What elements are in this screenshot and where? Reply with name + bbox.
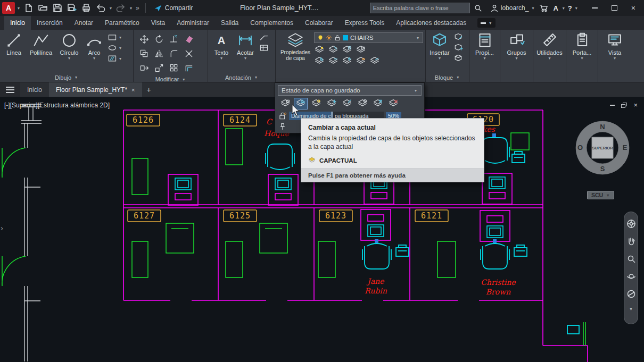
help-dropdown-icon[interactable]: ▾ [574, 6, 579, 11]
zoom-icon[interactable] [626, 254, 636, 264]
ellipse-tool-button[interactable] [108, 43, 117, 53]
layer-lock-button[interactable] [356, 45, 366, 55]
viewport-close-button[interactable]: × [633, 103, 638, 108]
pan-hand-icon[interactable] [626, 237, 636, 246]
layer-make-current-button[interactable] [314, 56, 325, 66]
help-button[interactable]: ? [568, 4, 572, 12]
rotate-tool-button[interactable] [152, 32, 166, 46]
move-tool-button[interactable] [137, 32, 151, 46]
panel-portapapeles-collapsed[interactable]: Porta... ▾ [566, 30, 598, 82]
explode-tool-button[interactable] [181, 47, 196, 61]
minimize-button[interactable] [592, 7, 598, 9]
layer-off-button[interactable] [314, 45, 325, 55]
copy-to-new-layer-button[interactable] [325, 98, 338, 110]
save-as-button[interactable] [65, 2, 78, 14]
search-button[interactable] [472, 2, 484, 14]
copy-tool-button[interactable] [137, 47, 151, 61]
left-doors[interactable] [2, 148, 26, 286]
undo-button[interactable] [94, 2, 107, 14]
new-file-button[interactable] [22, 2, 35, 14]
viewcube-east[interactable]: E [623, 144, 628, 151]
panel-title-dibujo[interactable]: Dibujo▾ [0, 73, 133, 82]
ribbon-display-toggle-button[interactable]: ▾ [477, 18, 496, 28]
new-drawing-tab-button[interactable]: + [142, 82, 156, 97]
left-exterior-wall[interactable] [24, 123, 40, 361]
delete-layer-tool-button[interactable] [386, 98, 400, 110]
panel-grupos-collapsed[interactable]: Grupos ▾ [500, 30, 533, 82]
table-tool-button[interactable] [259, 43, 269, 53]
panel-propiedades-collapsed[interactable]: Propi... ▾ [469, 30, 500, 82]
plot-button[interactable] [80, 2, 93, 14]
drawing-tab[interactable]: Floor Plan Sample_HYT* × [49, 82, 142, 97]
start-tab[interactable]: Inicio [20, 82, 49, 97]
layer-previous-button[interactable] [342, 56, 352, 66]
layer-walk-button[interactable] [356, 56, 366, 66]
layer-unisolate-tool-button[interactable] [309, 98, 323, 110]
redo-button[interactable] [114, 2, 127, 14]
viewcube-west[interactable]: O [577, 144, 583, 151]
tab-insercion[interactable]: Inserción [31, 16, 69, 30]
rectangle-dropdown-icon[interactable]: ▾ [118, 35, 122, 40]
tab-complementos[interactable]: Complementos [244, 16, 299, 30]
navigation-wheel-icon[interactable] [626, 219, 636, 229]
palette-flyout-chevron-icon[interactable]: › [1, 223, 3, 232]
leader-tool-button[interactable] [259, 32, 269, 42]
user-dropdown-icon[interactable]: ▾ [531, 6, 535, 11]
username[interactable]: loboarch_ [501, 4, 529, 12]
viewport-restore-button[interactable] [621, 103, 627, 108]
rectangle-tool-button[interactable] [108, 32, 117, 42]
line-tool-button[interactable]: Línea [2, 31, 26, 56]
undo-dropdown-icon[interactable]: ▾ [109, 6, 113, 11]
panel-utilidades-collapsed[interactable]: Utilidades ▾ [533, 30, 566, 82]
block-define-attributes-button[interactable] [453, 43, 463, 53]
block-create-button[interactable] [453, 54, 463, 63]
tab-colaborar[interactable]: Colaborar [299, 16, 339, 30]
panel-title-modificar[interactable]: Modificar▾ [134, 76, 208, 82]
erase-tool-button[interactable] [181, 32, 196, 46]
user-avatar-icon[interactable] [490, 4, 499, 12]
layer-walk-tool-button[interactable] [340, 98, 354, 110]
offset-tool-button[interactable] [181, 61, 196, 75]
block-edit-button[interactable] [453, 32, 463, 42]
viewport-controls-label[interactable]: [-][Superior][Estructura alámbrica 2D] [4, 102, 110, 109]
panel-title-bloque[interactable]: Bloque▾ [426, 73, 469, 82]
autodesk-app-button[interactable]: A [552, 4, 559, 12]
tab-parametrico[interactable]: Paramétrico [99, 16, 145, 30]
layer-merge-button[interactable] [369, 56, 380, 66]
panel-title-capas[interactable] [276, 73, 425, 82]
share-button[interactable]: Compartir [151, 4, 196, 12]
file-tabs-menu-button[interactable] [0, 82, 20, 97]
layer-isolate-tool-button[interactable] [278, 98, 292, 110]
tab-aplicaciones-destacadas[interactable]: Aplicaciones destacadas [390, 16, 472, 30]
save-button[interactable] [51, 2, 64, 14]
fillet-tool-button[interactable] [167, 47, 181, 61]
layer-match-button[interactable] [328, 56, 338, 66]
app-menu-button[interactable]: A [2, 2, 15, 14]
layer-combo[interactable]: CHAIRS ▾ [314, 32, 423, 43]
hatch-tool-button[interactable] [108, 54, 117, 63]
maximize-button[interactable] [612, 5, 617, 11]
panel-vista-collapsed[interactable]: Vista ▾ [598, 30, 631, 82]
navbar-more-icon[interactable]: ▾ [629, 307, 633, 312]
layer-isolate-button[interactable] [328, 45, 338, 55]
tab-vista[interactable]: Vista [145, 16, 171, 30]
arc-tool-button[interactable]: Arco ▾ [83, 31, 105, 61]
steering-wheel-icon[interactable] [626, 289, 636, 299]
tab-express-tools[interactable]: Express Tools [339, 16, 390, 30]
circle-tool-button[interactable]: Círculo ▾ [56, 31, 82, 61]
tab-salida[interactable]: Salida [215, 16, 244, 30]
drawing-tab-close-icon[interactable]: × [131, 87, 135, 93]
tab-inicio[interactable]: Inicio [4, 16, 31, 30]
qat-overflow-button[interactable]: » [135, 4, 141, 12]
close-button[interactable]: × [631, 4, 635, 12]
tab-administrar[interactable]: Administrar [171, 16, 215, 30]
layer-freeze-button[interactable] [342, 45, 352, 55]
array-tool-button[interactable] [167, 61, 181, 75]
panel-title-anotacion[interactable]: Anotación▾ [208, 73, 275, 82]
search-input[interactable] [373, 5, 467, 11]
viewcube-south[interactable]: S [600, 165, 605, 173]
scale-tool-button[interactable] [152, 61, 166, 75]
stretch-tool-button[interactable] [137, 61, 151, 75]
hatch-dropdown-icon[interactable]: ▾ [118, 56, 122, 61]
redo-dropdown-icon[interactable]: ▾ [129, 6, 133, 11]
